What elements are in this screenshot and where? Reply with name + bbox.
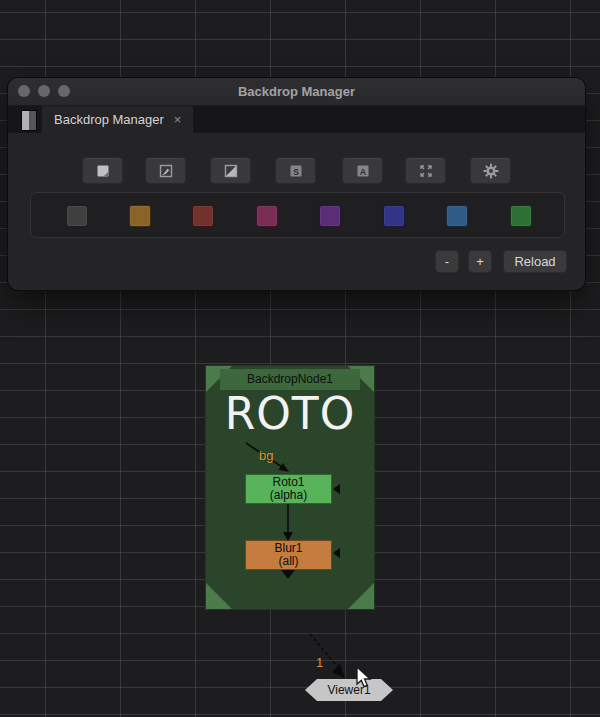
node-subtitle: (alpha) <box>270 489 307 502</box>
fit-backdrop-button[interactable] <box>405 157 446 184</box>
appearance-button[interactable]: A <box>342 157 383 184</box>
swatch-panel <box>30 192 565 238</box>
fill-diagonal-icon <box>223 163 239 179</box>
settings-gear-icon <box>482 162 500 180</box>
viewer-input-label: 1 <box>316 655 323 670</box>
edit-backdrop-button[interactable] <box>145 157 186 184</box>
reload-button[interactable]: Reload <box>503 250 567 273</box>
color-swatch-steel[interactable] <box>446 205 468 227</box>
tab-backdrop-manager[interactable]: Backdrop Manager × <box>42 106 193 133</box>
color-swatch-gold[interactable] <box>129 205 151 227</box>
color-swatch-blue[interactable] <box>383 205 405 227</box>
color-swatch-magenta[interactable] <box>256 205 278 227</box>
color-swatch-red[interactable] <box>192 205 214 227</box>
svg-text:A: A <box>359 166 366 176</box>
edit-pencil-icon <box>158 163 174 179</box>
backdrop-note-icon <box>95 163 111 179</box>
color-swatch-green[interactable] <box>510 205 532 227</box>
remove-button[interactable]: - <box>435 250 459 273</box>
size-button[interactable]: S <box>275 157 316 184</box>
backdrop-label: ROTO <box>206 388 374 439</box>
tab-label: Backdrop Manager <box>54 112 164 127</box>
fit-expand-icon <box>418 163 434 179</box>
viewer1-node[interactable]: Viewer1 <box>305 679 393 701</box>
node-subtitle: (all) <box>279 555 299 568</box>
pane-layout-icon[interactable] <box>21 110 37 131</box>
svg-text:S: S <box>292 166 298 176</box>
node-graph-canvas[interactable]: BackdropNode1 ROTO Roto1 (alpha) Blur1 (… <box>0 0 600 717</box>
blur1-node[interactable]: Blur1 (all) <box>245 540 332 570</box>
backdrop-manager-window[interactable]: Backdrop Manager Backdrop Manager × <box>8 78 585 290</box>
color-swatch-purple[interactable] <box>319 205 341 227</box>
node-name: Viewer1 <box>327 683 370 697</box>
color-swatch-gray[interactable] <box>66 205 88 227</box>
bg-input-label: bg <box>259 448 273 463</box>
tab-strip: Backdrop Manager × <box>8 106 585 133</box>
backdrop-note-button[interactable] <box>82 157 123 184</box>
backdrop-resize-corner[interactable] <box>348 583 374 609</box>
tab-close-icon[interactable]: × <box>174 113 182 126</box>
settings-button[interactable] <box>470 157 511 184</box>
backdrop-title[interactable]: BackdropNode1 <box>220 369 360 390</box>
window-title: Backdrop Manager <box>8 78 585 105</box>
a-badge-icon: A <box>355 163 371 179</box>
add-button[interactable]: + <box>468 250 492 273</box>
window-titlebar[interactable]: Backdrop Manager <box>8 78 585 106</box>
roto1-node[interactable]: Roto1 (alpha) <box>245 474 332 504</box>
backdrop-resize-corner[interactable] <box>206 583 232 609</box>
fill-color-button[interactable] <box>210 157 251 184</box>
s-badge-icon: S <box>288 163 304 179</box>
